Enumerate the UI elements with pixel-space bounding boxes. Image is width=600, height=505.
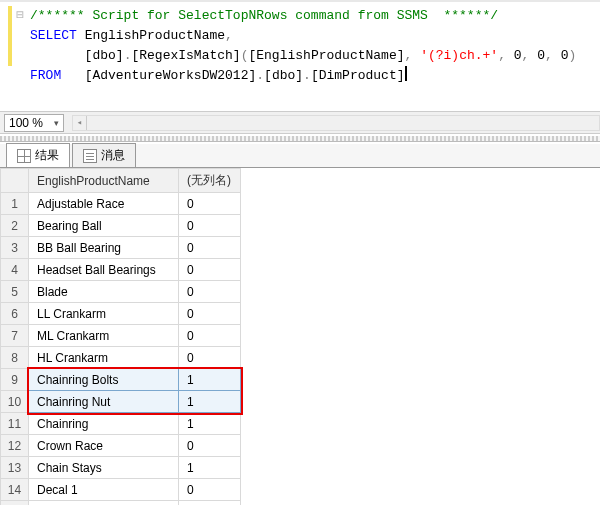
row-number[interactable]: 12 <box>1 435 29 457</box>
cell-value[interactable]: 1 <box>179 369 241 391</box>
header-rownum[interactable] <box>1 169 29 193</box>
table-row[interactable]: 3BB Ball Bearing0 <box>1 237 241 259</box>
cell-value[interactable]: 0 <box>179 325 241 347</box>
row-number[interactable]: 4 <box>1 259 29 281</box>
messages-icon <box>83 149 97 163</box>
table-row[interactable]: 9Chainring Bolts1 <box>1 369 241 391</box>
table-row[interactable]: 6LL Crankarm0 <box>1 303 241 325</box>
cell-value[interactable]: 0 <box>179 435 241 457</box>
tab-messages[interactable]: 消息 <box>72 143 136 167</box>
cell-product-name[interactable]: Decal 1 <box>29 479 179 501</box>
row-number[interactable]: 11 <box>1 413 29 435</box>
cell-product-name[interactable]: Chainring Nut <box>29 391 179 413</box>
cell-product-name[interactable]: Crown Race <box>29 435 179 457</box>
cell-value[interactable]: 0 <box>179 237 241 259</box>
table-row[interactable]: 1Adjustable Race0 <box>1 193 241 215</box>
grid-icon <box>17 149 31 163</box>
cell-value[interactable]: 1 <box>179 457 241 479</box>
cell-value[interactable]: 0 <box>179 259 241 281</box>
row-number[interactable]: 6 <box>1 303 29 325</box>
table-row[interactable]: 15Decal 20 <box>1 501 241 506</box>
table-row[interactable]: 2Bearing Ball0 <box>1 215 241 237</box>
table-row[interactable]: 7ML Crankarm0 <box>1 325 241 347</box>
cell-product-name[interactable]: Chainring <box>29 413 179 435</box>
cell-product-name[interactable]: Adjustable Race <box>29 193 179 215</box>
row-number[interactable]: 8 <box>1 347 29 369</box>
cell-product-name[interactable]: HL Crankarm <box>29 347 179 369</box>
table-row[interactable]: 5Blade0 <box>1 281 241 303</box>
text-cursor <box>405 66 407 81</box>
splitter-handle[interactable] <box>0 136 600 142</box>
cell-value[interactable]: 0 <box>179 215 241 237</box>
cell-value[interactable]: 0 <box>179 193 241 215</box>
cell-value[interactable]: 0 <box>179 281 241 303</box>
table-row[interactable]: 13Chain Stays1 <box>1 457 241 479</box>
zoom-bar: 100 % ◂ <box>0 112 600 134</box>
cell-product-name[interactable]: ML Crankarm <box>29 325 179 347</box>
cell-value[interactable]: 0 <box>179 501 241 506</box>
table-row[interactable]: 4Headset Ball Bearings0 <box>1 259 241 281</box>
row-number[interactable]: 2 <box>1 215 29 237</box>
horizontal-scrollbar[interactable]: ◂ <box>72 115 600 131</box>
select-keyword: SELECT <box>30 26 77 46</box>
row-number[interactable]: 3 <box>1 237 29 259</box>
row-number[interactable]: 10 <box>1 391 29 413</box>
cell-product-name[interactable]: Blade <box>29 281 179 303</box>
sql-editor[interactable]: ⊟/****** Script for SelectTopNRows comma… <box>0 0 600 112</box>
cell-product-name[interactable]: Bearing Ball <box>29 215 179 237</box>
table-row[interactable]: 12Crown Race0 <box>1 435 241 457</box>
cell-product-name[interactable]: Chain Stays <box>29 457 179 479</box>
table-row[interactable]: 14Decal 10 <box>1 479 241 501</box>
row-number[interactable]: 7 <box>1 325 29 347</box>
row-number[interactable]: 5 <box>1 281 29 303</box>
cell-product-name[interactable]: Chainring Bolts <box>29 369 179 391</box>
cell-value[interactable]: 1 <box>179 413 241 435</box>
outline-marker: ⊟ <box>16 6 24 26</box>
row-number[interactable]: 9 <box>1 369 29 391</box>
row-number[interactable]: 1 <box>1 193 29 215</box>
cell-value[interactable]: 0 <box>179 303 241 325</box>
row-number[interactable]: 14 <box>1 479 29 501</box>
cell-product-name[interactable]: BB Ball Bearing <box>29 237 179 259</box>
header-row: EnglishProductName (无列名) <box>1 169 241 193</box>
cell-value[interactable]: 0 <box>179 347 241 369</box>
tab-results[interactable]: 结果 <box>6 143 70 167</box>
cell-product-name[interactable]: Headset Ball Bearings <box>29 259 179 281</box>
cell-product-name[interactable]: LL Crankarm <box>29 303 179 325</box>
header-col-name[interactable]: EnglishProductName <box>29 169 179 193</box>
zoom-dropdown[interactable]: 100 % <box>4 114 64 132</box>
results-grid[interactable]: EnglishProductName (无列名) 1Adjustable Rac… <box>0 168 600 505</box>
cell-value[interactable]: 1 <box>179 391 241 413</box>
row-number[interactable]: 15 <box>1 501 29 506</box>
from-keyword: FROM <box>30 66 61 86</box>
table-row[interactable]: 8HL Crankarm0 <box>1 347 241 369</box>
table-row[interactable]: 10Chainring Nut1 <box>1 391 241 413</box>
row-number[interactable]: 13 <box>1 457 29 479</box>
cell-product-name[interactable]: Decal 2 <box>29 501 179 506</box>
table-row[interactable]: 11Chainring1 <box>1 413 241 435</box>
header-col-unnamed[interactable]: (无列名) <box>179 169 241 193</box>
cell-value[interactable]: 0 <box>179 479 241 501</box>
sql-comment: /****** Script for SelectTopNRows comman… <box>30 6 498 26</box>
